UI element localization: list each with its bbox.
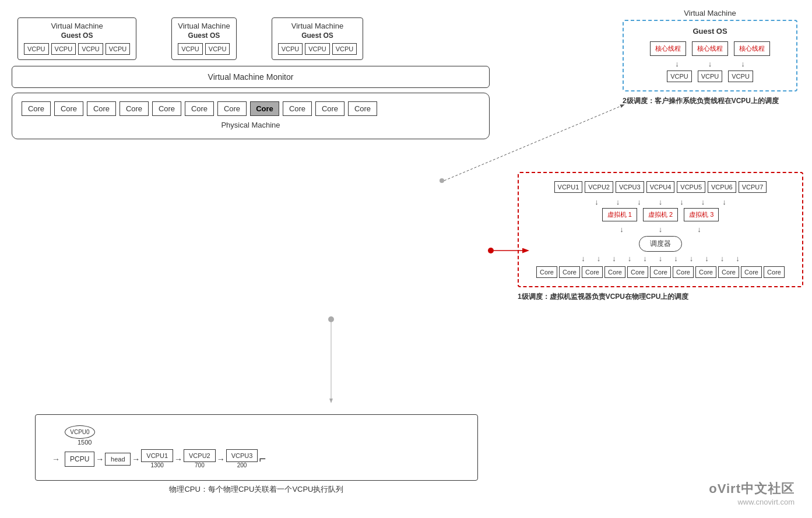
sched-core-2: Core (582, 266, 603, 278)
queue-vcpu1: VCPU1 1300 (141, 449, 173, 468)
queue-vcpu1-num: 1300 (151, 462, 164, 468)
physical-machine: Core Core Core Core Core Core Core Core … (12, 93, 490, 139)
vcpu-to-vm-arrows: ↓↓↓↓↓↓↓ (527, 198, 794, 206)
vm3-vcpu1: VCPU (278, 43, 303, 55)
vm1-vcpu3: VCPU (78, 43, 103, 55)
sched-core-9: Core (741, 266, 762, 278)
kthread-1: 核心线程 (650, 41, 686, 56)
scheduler-box: VCPU1 VCPU2 VCPU3 VCPU4 VCPU5 VCPU6 VCPU… (518, 172, 803, 287)
pcpu-rect: PCPU (65, 452, 94, 467)
vmm-label: Virtual Machine Monitor (208, 72, 294, 82)
core-10: Core (348, 101, 377, 116)
core-9: Core (315, 101, 345, 116)
vm1-title: Virtual Machine (24, 22, 130, 30)
sched-core-0: Core (536, 266, 557, 278)
core-3: Core (119, 101, 149, 116)
sched-vcpu1: VCPU1 (554, 181, 583, 193)
kernel-thread-row: 核心线程 核心线程 核心线程 (632, 41, 788, 56)
detail-vcpu3: VCPU (728, 71, 753, 82)
level1-label: 1级调度：虚拟机监视器负责VCPU在物理CPU上的调度 (518, 292, 803, 302)
vcpu0-cloud: VCPU0 (65, 425, 95, 439)
sched-vm3: 虚拟机 3 (684, 208, 719, 221)
vm3-dot (440, 178, 444, 183)
core-4: Core (152, 101, 181, 116)
vcpu0-above: VCPU0 1500 (47, 425, 466, 446)
sched-core-6: Core (673, 266, 694, 278)
phy-highlight-dot (328, 316, 334, 322)
num-1500: 1500 (78, 439, 92, 446)
vm1-vcpu2: VCPU (51, 43, 76, 55)
watermark-line1: oVirt中文社区 (709, 480, 795, 498)
head-to-vcpu1-arrow: → (132, 454, 140, 464)
sched-vcpu5: VCPU5 (677, 181, 705, 193)
sched-core-1: Core (559, 266, 580, 278)
watermark: oVirt中文社区 www.cnovirt.com (709, 480, 795, 506)
vcpu-num-row: VCPU1 VCPU2 VCPU3 VCPU4 VCPU5 VCPU6 VCPU… (527, 181, 794, 193)
detail-vcpu1: VCPU (667, 71, 692, 82)
queue-vcpu1-box: VCPU1 (141, 449, 173, 462)
sched-core-4: Core (627, 266, 648, 278)
end-bracket: ⌐ (259, 452, 266, 466)
scheduler-oval: 调度器 (639, 236, 682, 252)
sched-vcpu3: VCPU3 (616, 181, 644, 193)
vm2-box: Virtual Machine Guest OS VCPU VCPU (171, 17, 236, 60)
vm3-vcpu2: VCPU (305, 43, 330, 55)
vmm-bar: Virtual Machine Monitor (12, 66, 490, 88)
vm2-vcpu-row: VCPU VCPU (178, 43, 230, 55)
sched-core-8: Core (718, 266, 739, 278)
scheduler-label-row: 调度器 (527, 236, 794, 252)
pcpu-box-outer: VCPU0 1500 → PCPU → head → VC (35, 414, 478, 481)
vm1-vcpu1: VCPU (24, 43, 49, 55)
queue-vcpu2-box: VCPU2 (184, 449, 216, 462)
diagram-container: Virtual Machine Guest OS VCPU VCPU VCPU … (0, 0, 812, 518)
sched-vcpu4: VCPU4 (646, 181, 675, 193)
thread-to-vcpu-arrows: ↓↓↓ (632, 59, 788, 68)
core-0: Core (22, 101, 51, 116)
sched-core-5: Core (650, 266, 671, 278)
kthread-3: 核心线程 (734, 41, 770, 56)
pcpu-queue-row: → PCPU → head → VCPU1 1300 → (47, 449, 466, 468)
detail-vcpu2: VCPU (698, 71, 723, 82)
physical-machine-label: Physical Machine (22, 121, 480, 129)
sched-to-core-arrows: ↓↓↓↓↓↓↓↓↓↓↓ (527, 254, 794, 263)
core-1: Core (54, 101, 83, 116)
vm3-title: Virtual Machine (278, 22, 357, 30)
vcpu2-to-vcpu3-arrow: → (217, 454, 225, 464)
vm-row: Virtual Machine Guest OS VCPU VCPU VCPU … (12, 17, 490, 60)
kthread-2: 核心线程 (692, 41, 728, 56)
queue-vcpu3: VCPU3 200 (226, 449, 258, 468)
core-5: Core (185, 101, 214, 116)
vm1-guest-os: Guest OS (24, 31, 130, 40)
vm-num-row: 虚拟机 1 虚拟机 2 虚拟机 3 (527, 208, 794, 221)
core-8: Core (283, 101, 312, 116)
vm1-vcpu4: VCPU (106, 43, 131, 55)
vm-detail-section: Virtual Machine Guest OS 核心线程 核心线程 核心线程 … (623, 9, 797, 106)
vm1-vcpu-row: VCPU VCPU VCPU VCPU (24, 43, 130, 55)
queue-vcpu2: VCPU2 700 (184, 449, 216, 468)
core-7-highlighted: Core (250, 101, 279, 116)
pcpu-section: VCPU0 1500 → PCPU → head → VC (35, 414, 478, 495)
vm3-vcpu-row: VCPU VCPU VCPU (278, 43, 357, 55)
sched-core-10: Core (764, 266, 785, 278)
vm1-box: Virtual Machine Guest OS VCPU VCPU VCPU … (17, 17, 136, 60)
queue-vcpu2-num: 700 (195, 462, 205, 468)
queue-vcpu3-box: VCPU3 (226, 449, 258, 462)
vmm-dot (488, 248, 494, 253)
sched-core-3: Core (604, 266, 625, 278)
queue-vcpu3-num: 200 (237, 462, 247, 468)
sched-core-7: Core (695, 266, 716, 278)
vm3-guest-os: Guest OS (278, 31, 357, 40)
level2-label: 2级调度：客户操作系统负责线程在VCPU上的调度 (623, 96, 797, 106)
core-6: Core (217, 101, 247, 116)
head-box: head (105, 453, 131, 466)
vm3-vcpu3: VCPU (332, 43, 357, 55)
vcpu1-to-vcpu2-arrow: → (174, 454, 182, 464)
core-2: Core (87, 101, 116, 116)
sched-vcpu6: VCPU6 (708, 181, 736, 193)
vcpu0-label: VCPU0 (70, 429, 90, 435)
vm2-vcpu1: VCPU (178, 43, 203, 55)
sched-vcpu7: VCPU7 (739, 181, 767, 193)
pcpu-to-head-arrow: → (96, 454, 104, 464)
core-row: Core Core Core Core Core Core Core Core … (22, 101, 480, 116)
vm3-box: Virtual Machine Guest OS VCPU VCPU VCPU (272, 17, 364, 60)
